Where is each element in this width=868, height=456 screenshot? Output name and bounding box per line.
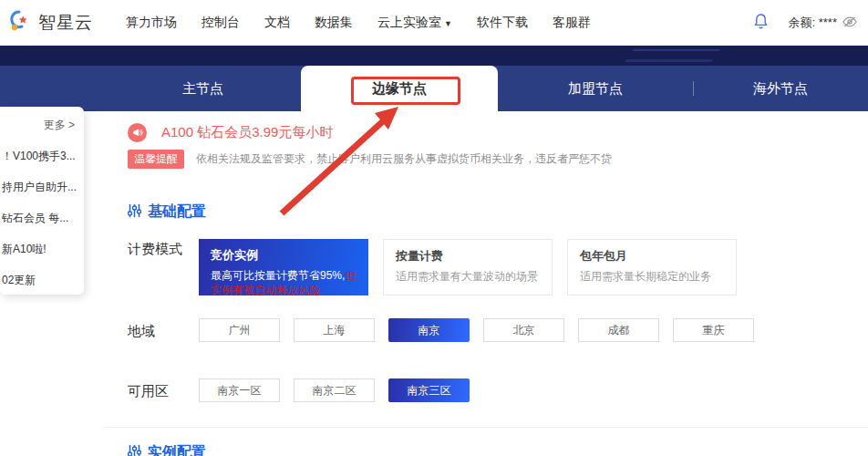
nav-datasets[interactable]: 数据集 <box>315 15 353 31</box>
reminder-text: 依相关法规及监管要求，禁止客户利用云服务从事虚拟货币相关业务，违反者严惩不贷 <box>196 151 612 167</box>
zone-option-2[interactable]: 南京二区 <box>294 378 375 402</box>
announcement-item[interactable]: 02更新 <box>2 273 78 288</box>
section-divider <box>105 427 868 428</box>
sliders-icon <box>128 444 141 456</box>
promo-text[interactable]: A100 钻石会员3.99元每小时 <box>161 124 333 141</box>
megaphone-icon <box>128 123 147 142</box>
billing-mode-label: 计费模式 <box>128 241 182 258</box>
section-instance-config: 实例配置 <box>128 443 206 456</box>
tab-edge-node[interactable]: 边缘节点 <box>301 66 498 111</box>
nav-docs[interactable]: 文档 <box>264 15 290 31</box>
region-option-chengdu[interactable]: 成都 <box>578 318 659 342</box>
billing-option-spot[interactable]: 竞价实例 最高可比按量计费节省95%,但实例有被自动释放风险 <box>199 239 368 295</box>
zone-option-1[interactable]: 南京一区 <box>199 378 280 402</box>
billing-option-title: 按量计费 <box>396 248 540 264</box>
announcement-item[interactable]: 新A10啦! <box>2 242 78 257</box>
more-link[interactable]: 更多 > <box>2 118 78 133</box>
billing-option-desc: 适用需求量有大量波动的场景 <box>396 269 540 284</box>
region-option-guangzhou[interactable]: 广州 <box>199 318 280 342</box>
hero-strip <box>0 46 868 66</box>
brand-name: 智星云 <box>38 11 93 35</box>
balance-text: 余额: **** <box>789 15 837 31</box>
billing-option-on-demand[interactable]: 按量计费 适用需求量有大量波动的场景 <box>383 239 553 295</box>
compliance-reminder: 温馨提醒 依相关法规及监管要求，禁止客户利用云服务从事虚拟货币相关业务，违反者严… <box>128 150 612 169</box>
topbar-right: 余额: **** <box>753 13 857 33</box>
billing-option-title: 包年包月 <box>580 248 724 264</box>
region-option-chongqing[interactable]: 重庆 <box>673 318 754 342</box>
region-option-shanghai[interactable]: 上海 <box>294 318 375 342</box>
zone-option-3[interactable]: 南京三区 <box>388 378 470 402</box>
decorative-marks <box>625 49 720 62</box>
logo-icon <box>7 9 31 36</box>
tab-franchise-node[interactable]: 加盟节点 <box>498 66 693 111</box>
billing-option-desc: 最高可比按量计费节省95%,但实例有被自动释放风险 <box>211 268 356 297</box>
nav-software-download[interactable]: 软件下载 <box>477 15 528 31</box>
chevron-down-icon: ▼ <box>444 19 452 28</box>
eye-off-icon[interactable] <box>842 16 857 30</box>
bell-icon[interactable] <box>753 13 769 33</box>
section-title: 基础配置 <box>148 202 206 222</box>
nav-compute-market[interactable]: 算力市场 <box>126 15 177 31</box>
nav-console[interactable]: 控制台 <box>202 15 240 31</box>
section-title: 实例配置 <box>148 443 206 456</box>
sliders-icon <box>128 203 141 222</box>
top-navigation: 算力市场 控制台 文档 数据集 云上实验室▼ 软件下载 客服群 <box>126 15 591 31</box>
tab-overseas-node[interactable]: 海外节点 <box>693 66 868 111</box>
billing-option-desc: 适用需求量长期稳定的业务 <box>580 269 724 284</box>
region-option-nanjing[interactable]: 南京 <box>388 318 470 342</box>
section-basic-config: 基础配置 <box>128 202 206 222</box>
announcement-side-card: 更多 > ！V100携手3... 持用户自助升... 钻石会员 每... 新A1… <box>0 107 84 295</box>
zone-label: 可用区 <box>128 383 169 400</box>
announcement-item[interactable]: 持用户自助升... <box>2 180 78 195</box>
announcement-item[interactable]: 钻石会员 每... <box>2 211 78 226</box>
topbar: 智星云 算力市场 控制台 文档 数据集 云上实验室▼ 软件下载 客服群 余额: … <box>0 0 868 46</box>
brand[interactable]: 智星云 <box>7 9 115 36</box>
billing-option-subscription[interactable]: 包年包月 适用需求量长期稳定的业务 <box>567 239 737 295</box>
region-label: 地域 <box>128 323 155 340</box>
region-option-beijing[interactable]: 北京 <box>483 318 564 342</box>
region-options: 广州 上海 南京 北京 成都 重庆 <box>199 318 754 342</box>
nav-support-group[interactable]: 客服群 <box>553 15 591 31</box>
billing-option-title: 竞价实例 <box>211 247 356 264</box>
node-tabs: 主节点 边缘节点 加盟节点 海外节点 <box>0 66 868 111</box>
announcement-item[interactable]: ！V100携手3... <box>2 149 78 164</box>
zone-options: 南京一区 南京二区 南京三区 <box>199 378 470 402</box>
balance: 余额: **** <box>789 15 857 31</box>
tab-main-node[interactable]: 主节点 <box>0 66 301 111</box>
nav-cloud-lab[interactable]: 云上实验室▼ <box>377 15 452 31</box>
reminder-badge: 温馨提醒 <box>128 150 184 169</box>
promo-notice: A100 钻石会员3.99元每小时 <box>128 123 333 142</box>
main-content: A100 钻石会员3.99元每小时 温馨提醒 依相关法规及监管要求，禁止客户利用… <box>105 111 868 456</box>
billing-mode-options: 竞价实例 最高可比按量计费节省95%,但实例有被自动释放风险 按量计费 适用需求… <box>199 239 737 295</box>
